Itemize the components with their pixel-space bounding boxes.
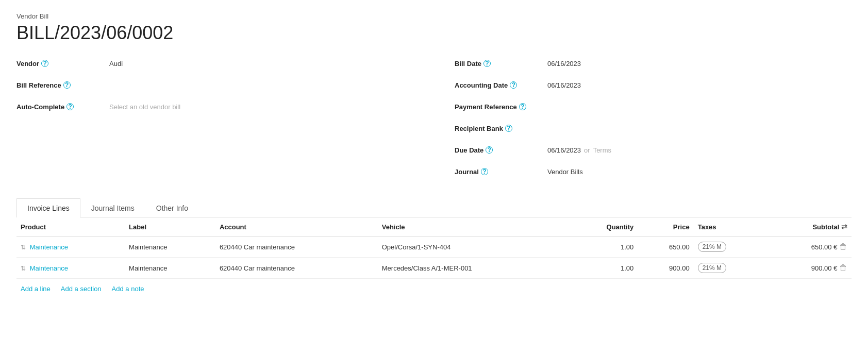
cell-price-0: 650.00 bbox=[638, 237, 693, 258]
auto-complete-label: Auto-Complete ? bbox=[16, 103, 109, 111]
col-header-subtotal: Subtotal ⇄ bbox=[765, 217, 852, 237]
due-date-label: Due Date ? bbox=[455, 146, 547, 154]
payment-reference-label: Payment Reference ? bbox=[455, 103, 547, 111]
journal-value[interactable]: Vendor Bills bbox=[547, 168, 583, 176]
recipient-bank-label: Recipient Bank ? bbox=[455, 125, 547, 132]
page-label: Vendor Bill bbox=[16, 12, 852, 20]
delete-row-icon-1[interactable]: 🗑 bbox=[839, 263, 847, 272]
page-title: BILL/2023/06/0002 bbox=[16, 22, 852, 44]
journal-help-icon[interactable]: ? bbox=[481, 168, 488, 175]
col-header-label: Label bbox=[125, 217, 215, 237]
journal-field: Journal ? Vendor Bills bbox=[455, 164, 852, 179]
vendor-value[interactable]: Audi bbox=[109, 60, 123, 68]
due-date-help-icon[interactable]: ? bbox=[486, 146, 493, 154]
accounting-date-field: Accounting Date ? 06/16/2023 bbox=[455, 78, 852, 92]
cell-sort-product-1: ⇅ Maintenance bbox=[16, 258, 125, 279]
cell-account-0: 620440 Car maintenance bbox=[215, 237, 378, 258]
col-header-quantity: Quantity bbox=[569, 217, 638, 237]
bill-reference-help-icon[interactable]: ? bbox=[63, 81, 71, 89]
due-date-field: Due Date ? 06/16/2023 or Terms bbox=[455, 143, 852, 157]
payment-reference-field: Payment Reference ? bbox=[455, 99, 852, 114]
table-header-row: Product Label Account Vehicle Quantity P… bbox=[16, 217, 852, 237]
tab-invoice-lines[interactable]: Invoice Lines bbox=[16, 198, 80, 217]
tax-badge-0: 21% M bbox=[698, 242, 726, 252]
cell-vehicle-0: Opel/Corsa/1-SYN-404 bbox=[378, 237, 569, 258]
cell-account-1: 620440 Car maintenance bbox=[215, 258, 378, 279]
bill-date-value[interactable]: 06/16/2023 bbox=[547, 60, 581, 68]
row-sort-icon[interactable]: ⇅ bbox=[21, 244, 26, 251]
recipient-bank-help-icon[interactable]: ? bbox=[505, 125, 512, 132]
col-header-vehicle: Vehicle bbox=[378, 217, 569, 237]
tab-other-info[interactable]: Other Info bbox=[145, 198, 199, 217]
col-header-price: Price bbox=[638, 217, 693, 237]
add-actions: Add a line Add a section Add a note bbox=[16, 279, 852, 299]
cell-price-1: 900.00 bbox=[638, 258, 693, 279]
cell-quantity-1: 1.00 bbox=[569, 258, 638, 279]
bill-reference-label: Bill Reference ? bbox=[16, 81, 109, 89]
auto-complete-help-icon[interactable]: ? bbox=[66, 103, 74, 110]
bill-date-field: Bill Date ? 06/16/2023 bbox=[455, 56, 852, 71]
cell-taxes-0: 21% M bbox=[694, 237, 765, 258]
table-row: ⇅ Maintenance Maintenance 620440 Car mai… bbox=[16, 237, 852, 258]
due-date-value[interactable]: 06/16/2023 bbox=[547, 146, 581, 154]
table-row: ⇅ Maintenance Maintenance 620440 Car mai… bbox=[16, 258, 852, 279]
cell-label-1: Maintenance bbox=[125, 258, 215, 279]
auto-complete-field: Auto-Complete ? Select an old vendor bil… bbox=[16, 99, 413, 114]
add-line-button[interactable]: Add a line bbox=[21, 285, 51, 293]
due-date-terms[interactable]: Terms bbox=[593, 146, 611, 154]
tab-journal-items[interactable]: Journal Items bbox=[80, 198, 145, 217]
cell-quantity-0: 1.00 bbox=[569, 237, 638, 258]
add-note-button[interactable]: Add a note bbox=[112, 285, 144, 293]
bill-reference-field: Bill Reference ? bbox=[16, 78, 413, 92]
cell-sort-product-0: ⇅ Maintenance bbox=[16, 237, 125, 258]
accounting-date-help-icon[interactable]: ? bbox=[510, 81, 517, 89]
vendor-field: Vendor ? Audi bbox=[16, 56, 413, 71]
col-adjust-icon[interactable]: ⇄ bbox=[841, 223, 847, 231]
delete-row-icon-0[interactable]: 🗑 bbox=[839, 242, 847, 251]
cell-taxes-1: 21% M bbox=[694, 258, 765, 279]
cell-subtotal-1: 900.00 € 🗑 bbox=[765, 258, 852, 279]
cell-product-0[interactable]: Maintenance bbox=[30, 243, 68, 251]
vendor-help-icon[interactable]: ? bbox=[41, 60, 48, 67]
col-header-product: Product bbox=[16, 217, 125, 237]
bill-date-label: Bill Date ? bbox=[455, 60, 547, 68]
add-section-button[interactable]: Add a section bbox=[61, 285, 102, 293]
col-header-account: Account bbox=[215, 217, 378, 237]
row-sort-icon[interactable]: ⇅ bbox=[21, 265, 26, 272]
tabs: Invoice Lines Journal Items Other Info bbox=[16, 198, 852, 217]
accounting-date-label: Accounting Date ? bbox=[455, 81, 547, 89]
auto-complete-input[interactable]: Select an old vendor bill bbox=[109, 103, 180, 111]
cell-subtotal-0: 650.00 € 🗑 bbox=[765, 237, 852, 258]
cell-label-0: Maintenance bbox=[125, 237, 215, 258]
recipient-bank-field: Recipient Bank ? bbox=[455, 121, 852, 136]
tabs-container: Invoice Lines Journal Items Other Info bbox=[16, 198, 852, 217]
tax-badge-1: 21% M bbox=[698, 263, 726, 273]
col-header-taxes: Taxes bbox=[694, 217, 765, 237]
bill-date-help-icon[interactable]: ? bbox=[483, 60, 491, 67]
cell-vehicle-1: Mercedes/Class A/1-MER-001 bbox=[378, 258, 569, 279]
cell-product-1[interactable]: Maintenance bbox=[30, 264, 68, 272]
accounting-date-value[interactable]: 06/16/2023 bbox=[547, 81, 581, 89]
invoice-table: Product Label Account Vehicle Quantity P… bbox=[16, 217, 852, 279]
due-date-or: or bbox=[584, 146, 590, 154]
vendor-label: Vendor ? bbox=[16, 60, 109, 68]
payment-reference-help-icon[interactable]: ? bbox=[519, 103, 526, 110]
journal-label: Journal ? bbox=[455, 168, 547, 176]
